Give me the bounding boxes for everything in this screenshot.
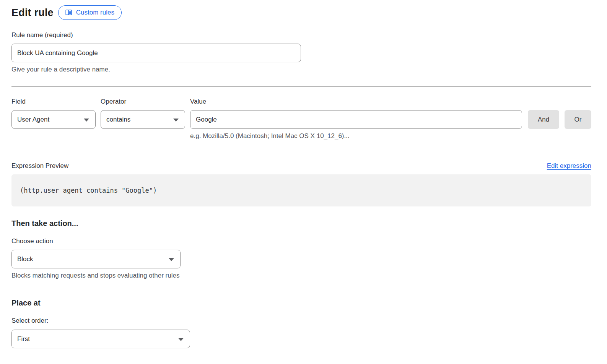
action-select[interactable]: Block: [11, 250, 181, 268]
expression-preview-label: Expression Preview: [11, 162, 68, 170]
value-help: e.g. Mozilla/5.0 (Macintosh; Intel Mac O…: [190, 132, 522, 140]
rule-name-section: Rule name (required) Give your rule a de…: [11, 31, 591, 73]
action-heading: Then take action...: [11, 219, 591, 228]
custom-rules-badge[interactable]: Custom rules: [58, 5, 122, 20]
place-at-heading: Place at: [11, 299, 591, 307]
order-select-value: First: [17, 335, 30, 343]
operator-select[interactable]: contains: [101, 110, 185, 129]
field-column: Field User Agent: [11, 98, 96, 140]
operator-column: Operator contains: [101, 98, 185, 140]
field-select[interactable]: User Agent: [11, 110, 96, 129]
condition-row: Field User Agent Operator contains Value…: [11, 98, 591, 140]
edit-expression-link[interactable]: Edit expression: [547, 162, 591, 170]
section-divider: [11, 86, 591, 87]
field-label: Field: [11, 98, 96, 106]
operator-label: Operator: [101, 98, 185, 106]
action-select-value: Block: [17, 255, 33, 263]
expression-header: Expression Preview Edit expression: [11, 162, 591, 170]
select-order-label: Select order:: [11, 317, 591, 325]
custom-rules-badge-label: Custom rules: [76, 9, 114, 16]
triangle-down-icon: [178, 338, 184, 341]
and-button[interactable]: And: [528, 110, 559, 129]
value-label: Value: [190, 98, 522, 106]
operator-select-value: contains: [106, 116, 130, 123]
value-column: Value e.g. Mozilla/5.0 (Macintosh; Intel…: [190, 98, 522, 140]
edit-rule-page: Edit rule Custom rules Rule name (requir…: [0, 0, 607, 348]
rule-name-label: Rule name (required): [11, 31, 591, 39]
triangle-down-icon: [84, 119, 89, 122]
triangle-down-icon: [169, 258, 174, 261]
field-select-value: User Agent: [17, 116, 49, 123]
value-input[interactable]: [190, 110, 522, 129]
open-book-icon: [65, 9, 73, 16]
order-select[interactable]: First: [11, 330, 190, 348]
page-header: Edit rule Custom rules: [11, 5, 591, 20]
choose-action-label: Choose action: [11, 237, 591, 245]
or-button[interactable]: Or: [565, 110, 591, 129]
rule-name-input[interactable]: [11, 44, 301, 62]
action-help: Blocks matching requests and stops evalu…: [11, 272, 591, 280]
expression-preview-box: (http.user_agent contains "Google"): [11, 174, 591, 206]
rule-name-help: Give your rule a descriptive name.: [11, 66, 591, 73]
triangle-down-icon: [173, 119, 179, 122]
expression-code: (http.user_agent contains "Google"): [20, 187, 157, 194]
page-title: Edit rule: [11, 7, 54, 19]
